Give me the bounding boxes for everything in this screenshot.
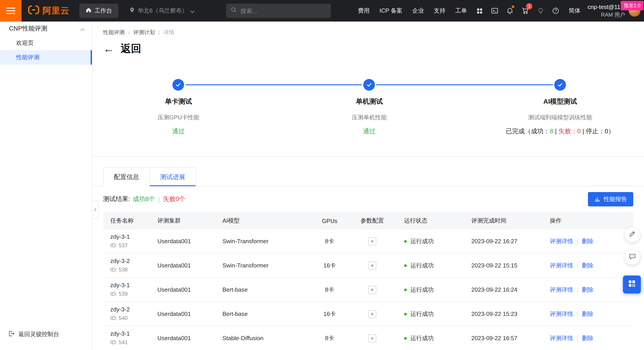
delete-link[interactable]: 删除 <box>582 334 594 341</box>
cluster: Userdata001 <box>150 310 215 317</box>
account-menu[interactable]: cnp-test@11... RAM 用户 <box>588 3 625 18</box>
aliyun-logo[interactable]: 阿里云 <box>28 5 70 17</box>
run-status: 运行成功 <box>410 261 434 269</box>
workbench-button[interactable]: 工作台 <box>80 4 118 18</box>
breadcrumb-current: 详情 <box>164 29 174 36</box>
account-name: cnp-test@11... <box>588 3 625 11</box>
task-id: ID: 539 <box>110 290 150 298</box>
expand-params-button[interactable]: + <box>368 237 376 245</box>
status-dot <box>404 312 407 315</box>
expand-params-button[interactable]: + <box>368 310 376 318</box>
finish-time: 2023-09-22 16:24 <box>464 286 543 293</box>
gpus: 8卡 <box>312 334 348 342</box>
results-row: 测试结果: 成功8个 | 失败0个 性能报告 <box>92 186 644 212</box>
sidebar-collapse-handle[interactable] <box>92 200 99 219</box>
chat-icon <box>629 253 636 262</box>
task-id: ID: 541 <box>110 338 150 347</box>
delete-link[interactable]: 删除 <box>582 238 594 244</box>
main-content: 性能评测 / 评测计划 / 详情 ← 返回 单卡测试 压测GPU <box>92 22 644 350</box>
gpus: 8卡 <box>312 286 348 294</box>
performance-report-button[interactable]: 性能报告 <box>588 192 633 206</box>
breadcrumb-separator: / <box>158 29 160 36</box>
language-switch[interactable]: 简体 <box>563 7 586 15</box>
ai-model: Bert-base <box>215 286 312 293</box>
hamburger-menu-icon[interactable] <box>0 0 22 22</box>
gpus: 16卡 <box>312 261 348 269</box>
detail-link[interactable]: 评测详情 <box>550 286 573 293</box>
detail-link[interactable]: 评测详情 <box>550 310 573 317</box>
location-pin-icon <box>129 7 135 14</box>
quick-apps-button[interactable] <box>623 275 641 293</box>
status-dot <box>404 264 407 267</box>
section-divider <box>92 156 644 157</box>
breadcrumb: 性能评测 / 评测计划 / 详情 <box>92 22 644 36</box>
nav-enterprise[interactable]: 企业 <box>407 7 429 15</box>
tab-config-info[interactable]: 配置信息 <box>103 167 150 186</box>
nav-support[interactable]: 支持 <box>429 7 450 15</box>
detail-link[interactable]: 评测详情 <box>550 262 573 268</box>
pencil-icon <box>629 230 636 239</box>
finish-time: 2023-09-22 16:57 <box>464 335 543 341</box>
sidebar-item-performance-eval[interactable]: 性能评测 <box>0 50 92 65</box>
delete-link[interactable]: 删除 <box>582 310 594 317</box>
tab-test-progress[interactable]: 测试进展 <box>150 167 196 186</box>
step-single-card: 单卡测试 压测GPU卡性能 通过 <box>158 79 199 136</box>
delete-link[interactable]: 删除 <box>582 262 594 268</box>
search-input[interactable] <box>240 8 326 14</box>
run-status: 运行成功 <box>410 310 434 318</box>
run-status: 运行成功 <box>410 286 434 294</box>
cart-icon[interactable]: 1 <box>518 0 533 22</box>
test-results-summary: 测试结果: 成功8个 | 失败0个 <box>103 195 185 203</box>
detail-link[interactable]: 评测详情 <box>550 334 573 341</box>
expand-params-button[interactable]: + <box>368 261 376 269</box>
edit-feedback-button[interactable] <box>625 227 640 242</box>
detail-link[interactable]: 评测详情 <box>550 238 573 244</box>
run-status: 运行成功 <box>410 237 434 245</box>
grid-icon <box>628 279 636 289</box>
status-dot <box>404 337 407 339</box>
sidebar-item-welcome[interactable]: 欢迎页 <box>0 36 92 50</box>
breadcrumb-item[interactable]: 评测计划 <box>134 29 155 36</box>
status-dot <box>404 288 407 291</box>
sidebar-title: CNP性能评测 <box>9 25 47 33</box>
expand-params-button[interactable]: + <box>368 334 376 342</box>
task-name: zdy-3-2 <box>110 257 150 266</box>
sidebar: CNP性能评测 欢迎页 性能评测 返回灵骏控制台 <box>0 22 92 350</box>
check-circle-icon <box>173 79 184 91</box>
check-circle-icon <box>554 79 566 91</box>
delete-link[interactable]: 删除 <box>582 286 594 293</box>
nav-billing[interactable]: 费用 <box>353 7 374 15</box>
topbar-right: 费用 ICP 备案 企业 支持 工单 1 <box>353 0 644 22</box>
step-ai-model: AI模型测试 测试端到端模型训练性能 已完成（成功：8 | 失败：0 | 停止：… <box>506 79 614 136</box>
table-row: zdy-3-2ID: 538 Userdata001 Swin-Transfor… <box>103 253 633 278</box>
check-circle-icon <box>364 79 375 91</box>
app-icon[interactable] <box>472 0 487 22</box>
breadcrumb-item[interactable]: 性能评测 <box>103 29 125 36</box>
nav-icp[interactable]: ICP 备案 <box>374 7 407 15</box>
bell-icon[interactable] <box>502 0 518 22</box>
help-icon[interactable] <box>548 0 563 22</box>
expand-params-button[interactable]: + <box>368 286 376 294</box>
global-search <box>226 4 331 18</box>
task-name: zdy-3-1 <box>110 281 150 290</box>
topbar: 阿里云 工作台 华北6（乌兰察布） 费用 ICP 备案 <box>0 0 644 22</box>
account-type: RAM 用户 <box>588 11 625 18</box>
chat-support-button[interactable] <box>625 249 640 265</box>
terminal-icon[interactable] <box>487 0 502 22</box>
cluster: Userdata001 <box>150 238 215 245</box>
gpus: 8卡 <box>312 237 348 245</box>
step-single-machine: 单机测试 压测单机性能 通过 <box>352 79 387 136</box>
return-console-link[interactable]: 返回灵骏控制台 <box>8 330 59 338</box>
region-selector[interactable]: 华北6（乌兰察布） <box>129 7 195 15</box>
chevron-up-icon[interactable] <box>80 25 85 32</box>
cluster: Userdata001 <box>150 286 215 293</box>
floating-toolbar <box>625 227 640 265</box>
home-icon <box>86 7 92 14</box>
step-status: 通过 <box>158 127 199 136</box>
nav-tickets[interactable]: 工单 <box>450 7 472 15</box>
back-arrow-icon[interactable]: ← <box>103 43 114 54</box>
ai-model: Swin-Transformer <box>215 238 312 245</box>
bulb-icon[interactable] <box>533 0 548 22</box>
table-row: zdy-3-1ID: 539 Userdata001 Bert-base 8卡 … <box>103 278 633 302</box>
step-status: 通过 <box>352 127 387 136</box>
